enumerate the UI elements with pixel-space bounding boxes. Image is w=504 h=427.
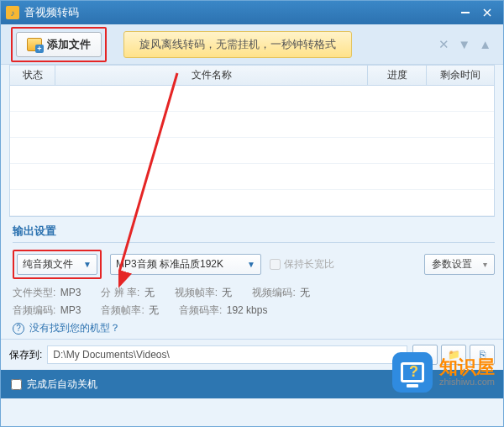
clear-icon[interactable]: ✕ [438, 37, 449, 52]
move-down-icon[interactable]: ▼ [458, 37, 470, 52]
keep-ratio-input[interactable] [270, 259, 281, 270]
table-body [10, 86, 494, 216]
save-path-field[interactable]: D:\My Documents\Videos\ [47, 345, 407, 364]
highlight-type-select: 纯音频文件 ▼ [13, 250, 102, 279]
move-up-icon[interactable]: ▲ [479, 37, 491, 52]
add-file-label: 添加文件 [47, 37, 91, 52]
afps-val: 无 [149, 304, 159, 316]
col-remain: 剩余时间 [427, 66, 494, 85]
vfps-val: 无 [222, 287, 232, 298]
col-progress: 进度 [368, 66, 427, 85]
table-row [10, 138, 494, 164]
auto-shutdown-checkbox[interactable] [11, 379, 22, 390]
output-format-select[interactable]: MP3音频 标准品质192K ▼ [110, 254, 261, 275]
file-type-val: MP3 [60, 287, 81, 298]
watermark-text: 知识屋 zhishiwu.com [439, 358, 495, 387]
watermark-icon [392, 352, 433, 393]
afps-lbl: 音频帧率: [101, 304, 144, 316]
abitrate-lbl: 音频码率: [179, 304, 222, 316]
col-name: 文件名称 [55, 66, 368, 85]
watermark-cn: 知识屋 [439, 358, 495, 377]
meta-row-2: 音频编码: MP3 音频帧率: 无 音频码率: 192 kbps [13, 303, 495, 318]
chevron-down-icon: ▼ [247, 260, 255, 269]
add-file-button[interactable]: 添加文件 [16, 32, 102, 57]
param-settings-button[interactable]: 参数设置 ▾ [424, 254, 495, 275]
toolbar-right-icons: ✕ ▼ ▲ [438, 37, 491, 52]
output-settings: 输出设置 纯音频文件 ▼ MP3音频 标准品质192K ▼ 保持长宽比 参数设置… [1, 217, 503, 339]
minimize-button[interactable] [454, 5, 476, 20]
file-table: 状态 文件名称 进度 剩余时间 [9, 65, 495, 217]
table-row [10, 112, 494, 138]
output-type-select[interactable]: 纯音频文件 ▼ [17, 254, 97, 275]
output-row-1: 纯音频文件 ▼ MP3音频 标准品质192K ▼ 保持长宽比 参数设置 ▾ [13, 250, 495, 279]
keep-ratio-checkbox[interactable]: 保持长宽比 [270, 257, 334, 271]
vcodec-val: 无 [300, 287, 310, 298]
output-type-value: 纯音频文件 [23, 257, 73, 271]
resolution-val: 无 [144, 287, 155, 298]
help-text: 没有找到您的机型？ [29, 321, 120, 335]
save-label: 保存到: [9, 348, 42, 362]
abitrate-val: 192 kbps [227, 304, 268, 316]
output-format-value: MP3音频 标准品质192K [116, 257, 223, 271]
watermark-en: zhishiwu.com [439, 377, 495, 387]
close-button[interactable] [476, 5, 498, 20]
col-status: 状态 [10, 66, 55, 85]
info-banner: 旋风离线转码，无需挂机，一秒钟转格式 [123, 31, 352, 58]
help-icon: ? [13, 323, 24, 335]
help-link[interactable]: ? 没有找到您的机型？ [13, 321, 495, 335]
resolution-lbl: 分 辨 率: [101, 287, 139, 298]
keep-ratio-label: 保持长宽比 [284, 257, 334, 271]
acodec-val: MP3 [60, 304, 81, 316]
toolbar: 添加文件 旋风离线转码，无需挂机，一秒钟转格式 ✕ ▼ ▲ [1, 24, 503, 65]
watermark: 知识屋 zhishiwu.com [392, 352, 495, 393]
highlight-add-file: 添加文件 [11, 27, 107, 62]
table-row [10, 190, 494, 216]
file-type-lbl: 文件类型: [13, 287, 55, 298]
table-header: 状态 文件名称 进度 剩余时间 [10, 66, 494, 86]
table-row [10, 164, 494, 190]
vfps-lbl: 视频帧率: [175, 287, 218, 298]
window-title: 音视频转码 [24, 5, 454, 20]
meta-row-1: 文件类型: MP3 分 辨 率: 无 视频帧率: 无 视频编码: 无 [13, 286, 495, 300]
chevron-down-icon: ▼ [83, 260, 92, 269]
folder-add-icon [27, 38, 42, 51]
titlebar: ♪ 音视频转码 [1, 1, 503, 24]
acodec-lbl: 音频编码: [13, 304, 55, 316]
table-row [10, 86, 494, 112]
app-window: ♪ 音视频转码 添加文件 旋风离线转码，无需挂机，一秒钟转格式 ✕ ▼ ▲ 状态… [0, 0, 504, 427]
chevron-down-icon: ▾ [483, 260, 487, 269]
param-settings-label: 参数设置 [432, 257, 472, 271]
vcodec-lbl: 视频编码: [252, 287, 295, 298]
output-section-title: 输出设置 [13, 224, 495, 243]
auto-shutdown-label: 完成后自动关机 [27, 377, 97, 392]
app-logo-icon: ♪ [6, 6, 19, 19]
